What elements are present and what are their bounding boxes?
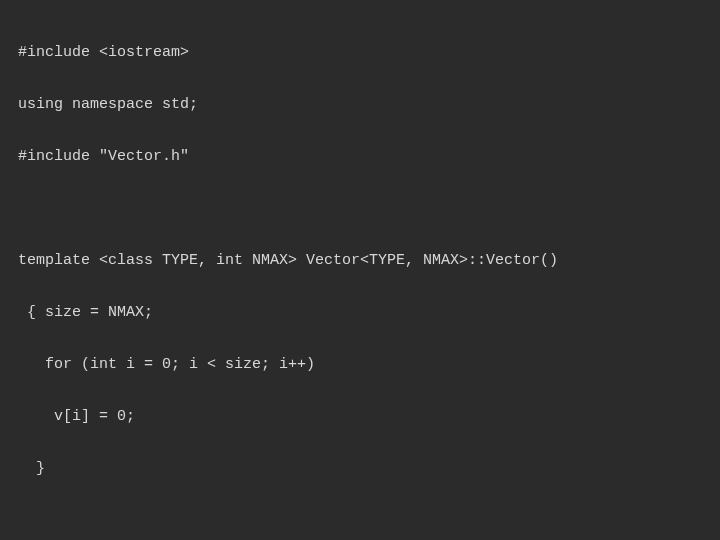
code-line: template <class TYPE, int NMAX> Vector<T… xyxy=(18,248,702,274)
code-line: v[i] = 0; xyxy=(18,404,702,430)
code-line: { size = NMAX; xyxy=(18,300,702,326)
code-line: #include "Vector.h" xyxy=(18,144,702,170)
code-line: #include <iostream> xyxy=(18,40,702,66)
code-line: for (int i = 0; i < size; i++) xyxy=(18,352,702,378)
code-block: #include <iostream> using namespace std;… xyxy=(0,0,720,540)
code-line xyxy=(18,508,702,534)
code-line xyxy=(18,196,702,222)
code-line: } xyxy=(18,456,702,482)
code-line: using namespace std; xyxy=(18,92,702,118)
